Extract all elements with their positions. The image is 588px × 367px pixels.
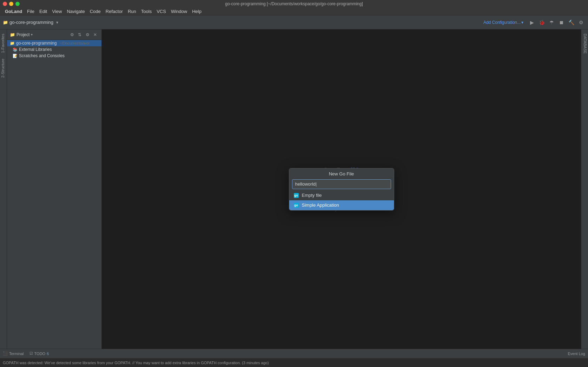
menu-edit[interactable]: Edit [37, 8, 49, 15]
external-libraries-item[interactable]: 📚 External Libraries [7, 46, 101, 53]
project-icon: 📁 [10, 32, 15, 37]
dialog-list-item-simple-app[interactable]: go Simple Application [289, 200, 394, 210]
stop-button[interactable]: ⏹ [557, 18, 566, 27]
menu-window[interactable]: Window [169, 8, 189, 15]
panel-settings-icon[interactable]: ⚙ [68, 31, 75, 38]
debug-button[interactable]: 🐞 [537, 18, 546, 27]
simple-application-label: Simple Application [302, 202, 339, 208]
dialog-list: go Empty file go Simple Application [289, 191, 394, 210]
settings-button[interactable]: ⚙ [577, 18, 585, 27]
root-project-name: go-core-programming [16, 41, 57, 46]
menu-refactor[interactable]: Refactor [104, 8, 125, 15]
run-coverage-button[interactable]: ☂ [547, 18, 556, 27]
notification-bar: GOPATH was detected: We've detected some… [0, 358, 588, 367]
menu-code[interactable]: Code [88, 8, 103, 15]
menu-vcs[interactable]: VCS [154, 8, 168, 15]
project-panel-header: 📁 Project ▾ ⚙ ⇅ ⚙ ✕ [7, 29, 101, 40]
empty-file-icon: go [293, 193, 299, 198]
panel-sort-icon[interactable]: ⇅ [76, 31, 83, 38]
title-bar: go-core-programming [~/Documents/workspa… [0, 0, 588, 8]
terminal-tab[interactable]: ⬛ Terminal [3, 351, 24, 356]
editor-area: Go to Type ⌘O Go to File ⇧⌘O Recent File… [102, 29, 581, 349]
terminal-label: Terminal [9, 352, 24, 356]
menu-bar: GoLand File Edit View Navigate Code Refa… [0, 8, 588, 15]
database-tab[interactable]: DATABASE [581, 31, 588, 56]
tree-root-item[interactable]: 📁 go-core-programming ~/Documents/wor [7, 40, 101, 46]
todo-tab[interactable]: ☑ TODO 6 [29, 351, 49, 356]
minimize-button[interactable] [9, 2, 13, 6]
add-configuration-button[interactable]: Add Configuration... ▾ [481, 19, 526, 26]
scratches-label: Scratches and Consoles [19, 53, 65, 58]
project-dropdown-small-icon[interactable]: ▾ [31, 33, 33, 36]
dialog-input-field[interactable]: helloworld| [292, 179, 391, 189]
project-folder-icon: 📁 [3, 20, 8, 25]
library-icon: 📚 [13, 47, 18, 52]
ide-toolbar: 📁 go-core-programming ▾ Add Configuratio… [0, 15, 588, 29]
main-layout: 1-Favorites 2-Structure 📁 Project ▾ ⚙ ⇅ … [0, 29, 588, 349]
empty-file-label: Empty file [302, 193, 322, 198]
dialog-list-item-empty[interactable]: go Empty file [289, 191, 394, 200]
left-sidebar-tabs: 1-Favorites 2-Structure [0, 29, 7, 349]
event-log-tab[interactable]: Event Log [568, 352, 585, 356]
root-folder-icon: 📁 [10, 41, 15, 46]
todo-count: 6 [47, 352, 49, 356]
menu-help[interactable]: Help [190, 8, 204, 15]
simple-app-icon: go [293, 202, 299, 208]
project-panel: 📁 Project ▾ ⚙ ⇅ ⚙ ✕ 📁 go-core-programmin… [7, 29, 102, 349]
traffic-lights [3, 2, 20, 6]
project-dropdown-icon[interactable]: ▾ [56, 20, 58, 25]
menu-navigate[interactable]: Navigate [65, 8, 87, 15]
scratches-icon: 📝 [13, 54, 18, 58]
panel-gear-icon[interactable]: ⚙ [84, 31, 91, 38]
external-libraries-label: External Libraries [19, 47, 52, 52]
panel-header-icons: ⚙ ⇅ ⚙ ✕ [68, 31, 99, 38]
maximize-button[interactable] [15, 2, 20, 6]
project-panel-title: Project [16, 32, 29, 37]
build-button[interactable]: 🔨 [567, 18, 575, 27]
app-name[interactable]: GoLand [3, 8, 24, 15]
menu-run[interactable]: Run [126, 8, 138, 15]
root-project-path: ~/Documents/wor [59, 41, 90, 45]
project-name: go-core-programming [9, 20, 53, 25]
event-log-label: Event Log [568, 352, 585, 356]
run-button[interactable]: ▶ [528, 18, 536, 27]
dialog-cursor: | [316, 181, 317, 187]
structure-tab[interactable]: 2-Structure [0, 56, 7, 80]
new-go-file-dialog: New Go File helloworld| go Empty file [289, 168, 394, 211]
menu-view[interactable]: View [50, 8, 64, 15]
dialog-input-row: helloworld| [289, 179, 394, 191]
dialog-title: New Go File [289, 168, 394, 179]
right-sidebar-tabs: DATABASE [581, 29, 588, 349]
menu-file[interactable]: File [25, 8, 37, 15]
todo-icon: ☑ [29, 351, 33, 356]
dialog-input-value: helloworld [295, 181, 316, 187]
window-title: go-core-programming [~/Documents/workspa… [225, 1, 363, 6]
bottom-status-bar: ⬛ Terminal ☑ TODO 6 Event Log [0, 349, 588, 358]
close-button[interactable] [3, 2, 7, 6]
menu-tools[interactable]: Tools [139, 8, 154, 15]
terminal-icon: ⬛ [3, 351, 8, 356]
dialog-overlay: New Go File helloworld| go Empty file [102, 29, 581, 349]
todo-label: TODO [34, 352, 46, 356]
scratches-consoles-item[interactable]: 📝 Scratches and Consoles [7, 53, 101, 59]
panel-close-icon[interactable]: ✕ [92, 31, 99, 38]
favorites-tab[interactable]: 1-Favorites [0, 31, 7, 56]
notification-text: GOPATH was detected: We've detected some… [3, 361, 269, 365]
